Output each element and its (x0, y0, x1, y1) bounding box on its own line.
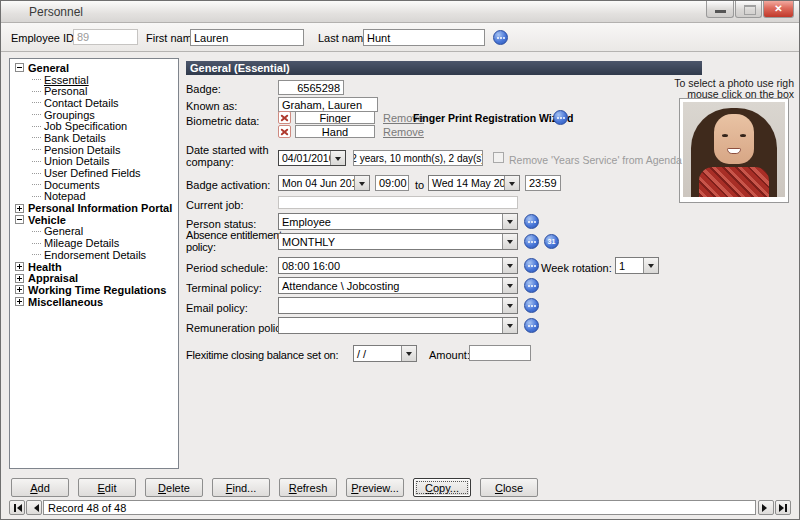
title-bar[interactable]: Personnel (1, 1, 799, 23)
known-as-label: Known as: (186, 100, 237, 112)
badge-activation-from-date-select[interactable]: Mon 04 Jun 2012 (278, 175, 370, 191)
tree-item-label: Vehicle (28, 214, 66, 226)
biometric-finger-field: Finger (295, 111, 375, 124)
tree-item-endorsement-details[interactable]: Endorsement Details (10, 249, 178, 261)
dropdown-arrow-icon[interactable] (354, 176, 369, 190)
dropdown-arrow-icon[interactable] (502, 318, 517, 333)
amount-input[interactable] (469, 345, 531, 361)
name-lookup-ellipsis-button[interactable] (493, 30, 508, 45)
close-button[interactable]: Close (480, 478, 538, 497)
badge-activation-to-time: 23:59 (529, 177, 557, 189)
add-button[interactable]: Add (11, 478, 69, 497)
service-length-box: 2 years, 10 month(s), 2 day(s) (353, 150, 483, 166)
dropdown-arrow-icon[interactable] (502, 234, 517, 249)
terminal-policy-ellipsis-button[interactable] (524, 278, 539, 293)
maximize-button[interactable] (735, 1, 762, 18)
remuneration-policy-ellipsis-button[interactable] (524, 318, 539, 333)
period-schedule-ellipsis-button[interactable] (524, 258, 539, 273)
expand-icon[interactable] (15, 274, 24, 283)
tree-item-contact-details[interactable]: Contact Details (10, 97, 178, 109)
refresh-button[interactable]: Refresh (279, 478, 337, 497)
tree-item-essential[interactable]: Essential (10, 74, 178, 86)
tree-connector (32, 161, 41, 162)
tree-item-label: Contact Details (44, 97, 119, 109)
badge-input[interactable]: 6565298 (278, 80, 344, 95)
tree-item-union-details[interactable]: Union Details (10, 156, 178, 168)
employee-id-field: 89 (73, 29, 138, 45)
dropdown-arrow-icon[interactable] (330, 151, 345, 165)
next-record-icon (762, 504, 771, 512)
minimize-button[interactable] (706, 1, 734, 18)
current-job-input[interactable] (278, 196, 518, 209)
copy-button[interactable]: Copy... (413, 478, 471, 497)
email-policy-select[interactable] (278, 297, 518, 314)
previous-record-button[interactable] (26, 500, 42, 515)
week-rotation-select[interactable]: 1 (615, 257, 659, 274)
find-button[interactable]: Find... (212, 478, 270, 497)
date-started-select[interactable]: 04/01/2010 (278, 150, 346, 166)
tree-item-mileage-details[interactable]: Mileage Details (10, 237, 178, 249)
terminal-policy-select[interactable]: Attendance \ Jobcosting (278, 277, 518, 294)
flexitime-label: Flexitime closing balance set on: (186, 349, 338, 361)
period-schedule-select[interactable]: 08:00 16:00 (278, 257, 518, 274)
collapse-icon[interactable] (15, 63, 24, 72)
known-as-input[interactable]: Graham, Lauren (278, 97, 378, 112)
collapse-icon[interactable] (15, 215, 24, 224)
expand-icon[interactable] (15, 262, 24, 271)
terminal-policy-value: Attendance \ Jobcosting (279, 280, 502, 292)
expand-icon[interactable] (15, 285, 24, 294)
first-name-input[interactable]: Lauren (190, 29, 304, 46)
photo-eye (722, 134, 728, 137)
dropdown-arrow-icon[interactable] (401, 346, 416, 361)
employee-photo-box[interactable] (679, 98, 789, 203)
dropdown-arrow-icon[interactable] (643, 258, 658, 273)
flexitime-date-select[interactable]: / / (353, 345, 417, 362)
tree-item-label: General (28, 62, 69, 74)
badge-activation-to-time-input[interactable]: 23:59 (525, 175, 561, 191)
first-record-button[interactable] (9, 500, 25, 515)
biometric-finger-value: Finger (319, 112, 350, 124)
tree-item-pension-details[interactable]: Pension Details (10, 144, 178, 156)
close-button[interactable] (763, 1, 794, 18)
absence-policy-select[interactable]: MONTHLY (278, 233, 518, 250)
tree-item-user-defined-fields[interactable]: User Defined Fields (10, 167, 178, 179)
absence-policy-ellipsis-button[interactable] (524, 234, 539, 249)
preview-button[interactable]: Preview... (346, 478, 404, 497)
tree-item-general[interactable]: General (10, 226, 178, 238)
tree-item-job-specification[interactable]: Job Specification (10, 120, 178, 132)
email-policy-ellipsis-button[interactable] (524, 298, 539, 313)
fingerprint-wizard-button[interactable] (553, 110, 568, 125)
edit-button[interactable]: Edit (78, 478, 136, 497)
badge-activation-to-date-select[interactable]: Wed 14 May 2014 (428, 175, 520, 191)
dropdown-arrow-icon[interactable] (504, 176, 519, 190)
tree-item-health[interactable]: Health (10, 261, 178, 273)
dropdown-arrow-icon[interactable] (502, 298, 517, 313)
tree-item-bank-details[interactable]: Bank Details (10, 132, 178, 144)
dropdown-arrow-icon[interactable] (502, 214, 517, 229)
badge-activation-from-time-input[interactable]: 09:00 (375, 175, 409, 191)
remuneration-policy-select[interactable] (278, 317, 518, 334)
tree-item-appraisal[interactable]: Appraisal (10, 272, 178, 284)
dropdown-arrow-icon[interactable] (502, 258, 517, 273)
tree-item-personal-information-portal[interactable]: Personal Information Portal (10, 202, 178, 214)
date-started-value: 04/01/2010 (279, 152, 330, 164)
tree-item-groupings[interactable]: Groupings (10, 109, 178, 121)
dropdown-arrow-icon[interactable] (502, 278, 517, 293)
tree-item-personal[interactable]: Personal (10, 85, 178, 97)
tree-item-working-time-regulations[interactable]: Working Time Regulations (10, 284, 178, 296)
expand-icon[interactable] (15, 297, 24, 306)
person-status-select[interactable]: Employee (278, 213, 518, 230)
delete-button[interactable]: Delete (145, 478, 203, 497)
absence-calendar-button[interactable]: 31 (544, 234, 559, 249)
remove-hand-link[interactable]: Remove (383, 126, 424, 138)
last-name-input[interactable]: Hunt (363, 29, 485, 46)
next-record-button[interactable] (758, 500, 774, 515)
tree-item-vehicle[interactable]: Vehicle (10, 214, 178, 226)
tree-item-general[interactable]: General (10, 62, 178, 74)
tree-item-miscellaneous[interactable]: Miscellaneous (10, 296, 178, 308)
tree-item-documents[interactable]: Documents (10, 179, 178, 191)
tree-item-notepad[interactable]: Notepad (10, 191, 178, 203)
expand-icon[interactable] (15, 204, 24, 213)
last-record-button[interactable] (775, 500, 791, 515)
person-status-ellipsis-button[interactable] (524, 214, 539, 229)
